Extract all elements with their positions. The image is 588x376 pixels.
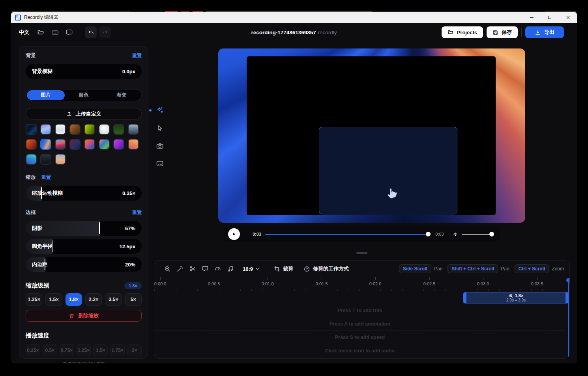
app-logo-icon [15, 15, 21, 20]
zoom-option-1.8x[interactable]: 1.8× [66, 293, 82, 306]
tab-gradient[interactable]: 渐变 [103, 90, 140, 100]
background-thumbnail-white-ripple[interactable] [99, 124, 110, 135]
zoom-option-1.5x[interactable]: 1.5× [45, 293, 62, 306]
camera-tool[interactable] [155, 141, 164, 150]
top-toolbar: 中文 recording-1774861369857 .recordly [11, 23, 577, 42]
background-thumbnail-dark-red-blue-wave[interactable] [69, 139, 81, 150]
speed-option-1.25x[interactable]: 1.25× [77, 344, 91, 356]
zoom-motion-blur-slider[interactable]: 缩放运动模糊 0.35× [26, 186, 142, 201]
upload-icon [66, 111, 72, 117]
background-reset-link[interactable]: 重置 [132, 52, 142, 59]
projects-folder-icon [448, 29, 454, 35]
recording-extension: .recordly [316, 30, 337, 35]
maximize-button[interactable] [541, 12, 559, 23]
panel-resize-handle[interactable] [356, 252, 367, 254]
background-thumbnail-purple-blue-gradient[interactable] [40, 124, 51, 135]
background-thumbnail-autumn-forest[interactable] [69, 124, 81, 135]
tab-color[interactable]: 颜色 [65, 90, 103, 100]
speed-option-1.5x[interactable]: 1.5× [93, 344, 108, 356]
progress-track[interactable] [265, 232, 431, 236]
recorded-screen [247, 56, 496, 215]
zoom-option-2.2x[interactable]: 2.2× [85, 293, 102, 306]
background-blur-slider[interactable]: 背景模糊 0.0px [26, 64, 142, 79]
upload-custom-button[interactable]: 上传自定义 [26, 108, 142, 119]
background-thumbnail-blue-orange-rays[interactable] [40, 139, 51, 150]
minimize-button[interactable] [522, 12, 541, 23]
save-icon [492, 30, 498, 35]
timeline-zoom-button[interactable] [162, 264, 172, 274]
padding-slider[interactable]: 内边距 20% [26, 257, 142, 272]
background-thumbnail-green-foliage[interactable] [113, 124, 124, 135]
ruler-label: 0:03.5 [531, 281, 543, 286]
save-button[interactable]: 保存 [487, 26, 518, 38]
background-thumbnail-teal-rays[interactable] [26, 154, 37, 165]
ctrl-scroll-shortcut: Ctrl + Scroll [515, 264, 549, 273]
auto-edit-button[interactable] [175, 264, 185, 274]
playhead-knob[interactable] [566, 278, 570, 283]
cursor-tool[interactable] [155, 124, 164, 132]
background-thumbnail-yellow-green-abstract[interactable] [84, 124, 95, 135]
speed-option-1.75x[interactable]: 1.75× [110, 344, 125, 356]
timeline-zoom-segment[interactable]: 1.8× 2.9s – 3.9s [463, 292, 569, 303]
background-thumbnail-mountain-lake[interactable] [128, 124, 139, 135]
zoom-region-box[interactable] [319, 127, 457, 214]
playhead[interactable] [568, 279, 569, 357]
annotation-track-hint[interactable]: Press A to add annotation [154, 317, 566, 331]
trim-help-button[interactable]: 修剪的工作方式 [303, 265, 349, 272]
video-preview[interactable] [218, 48, 525, 223]
background-thumbnail-bigsur-wave[interactable] [55, 139, 66, 150]
shadow-slider[interactable]: 阴影 67% [26, 221, 142, 236]
audio-track-hint[interactable]: Click music icon to add audio [154, 344, 566, 357]
progress-thumb[interactable] [426, 232, 431, 236]
aspect-ratio-dropdown[interactable]: 16:9 [243, 266, 260, 272]
play-button[interactable] [228, 228, 240, 240]
speed-button[interactable] [213, 264, 223, 274]
projects-button[interactable]: Projects [442, 26, 483, 38]
background-thumbnail-pastel-clouds[interactable] [55, 154, 66, 165]
caption-tool[interactable] [155, 159, 164, 168]
ctrl-scroll-action: Zoom [552, 266, 564, 272]
speed-option-0.25x[interactable]: 0.25× [26, 344, 40, 356]
border-reset-link[interactable]: 重置 [132, 209, 142, 216]
ruler-minor-ticks [154, 289, 569, 291]
music-button[interactable] [225, 264, 236, 274]
background-thumbnail-peach-rays[interactable] [128, 139, 139, 150]
cut-button[interactable] [187, 264, 198, 274]
speed-track-hint[interactable]: Press S to add speed [154, 331, 566, 344]
tab-image[interactable]: 图片 [27, 90, 65, 100]
background-section-title: 背景 [26, 52, 36, 59]
titlebar: Recordly 编辑器 [11, 12, 577, 23]
speed-option-2x[interactable]: 2× [127, 344, 142, 356]
timeline-ruler[interactable]: 0:00.0 0:00.5 0:01.0 0:01.5 0:02.0 0:02.… [154, 277, 569, 292]
zoom-reset-link[interactable]: 重置 [41, 174, 51, 181]
auto-zoom-tool[interactable] [155, 106, 164, 115]
shadow-value: 67% [125, 225, 135, 231]
trim-track-hint[interactable]: Press T to add trim [154, 304, 566, 317]
close-button[interactable] [559, 12, 577, 23]
background-thumbnail-dark-blue-abstract[interactable] [26, 124, 37, 135]
background-thumbnail-night-mountain[interactable] [40, 154, 51, 165]
background-type-tabs: 图片 颜色 渐变 [26, 89, 142, 101]
zoom-option-3.5x[interactable]: 3.5× [105, 293, 122, 306]
play-icon [231, 231, 237, 237]
zoom-option-1.25x[interactable]: 1.25× [26, 293, 42, 306]
volume-icon[interactable] [453, 231, 459, 238]
delete-zoom-button[interactable]: 删除缩放 [26, 310, 142, 322]
background-thumbnail-green-blue-orange[interactable] [99, 139, 110, 150]
export-button[interactable]: 导出 [525, 26, 564, 38]
padding-value: 20% [125, 262, 135, 268]
timeline-toolbar: 16:9 裁剪 修剪的工作方式 Side Scroll Pan Shift + … [154, 261, 569, 277]
camera-icon [156, 142, 164, 150]
corner-radius-slider[interactable]: 圆角半径 12.5px [26, 239, 142, 254]
zoom-option-5x[interactable]: 5× [125, 293, 142, 306]
background-thumbnail-orange-flower[interactable] [26, 139, 37, 150]
annotation-button[interactable] [200, 264, 210, 274]
background-thumbnail-purple-monterey[interactable] [113, 139, 124, 150]
background-thumbnail-orange-blue-wave[interactable] [84, 139, 95, 150]
speed-option-0.75x[interactable]: 0.75× [60, 344, 74, 356]
crop-button[interactable]: 裁剪 [274, 265, 293, 272]
volume-slider[interactable] [462, 232, 494, 236]
speed-option-0.5x[interactable]: 0.5× [43, 344, 57, 356]
volume-thumb[interactable] [489, 232, 494, 236]
background-thumbnail-snow-mountain[interactable] [55, 124, 66, 135]
